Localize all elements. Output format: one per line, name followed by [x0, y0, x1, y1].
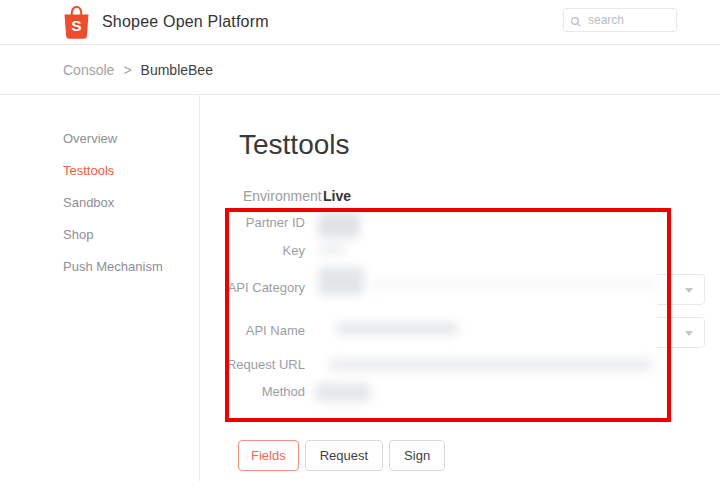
breadcrumb: Console > BumbleBee	[63, 45, 213, 94]
fields-button[interactable]: Fields	[238, 440, 299, 471]
method-label: Method	[215, 384, 305, 400]
sidebar-item-overview[interactable]: Overview	[63, 131, 117, 147]
breadcrumb-separator: >	[123, 62, 131, 78]
partner-id-value-redacted	[318, 213, 360, 238]
shopee-open-platform-page: S Shopee Open Platform Console > BumbleB…	[0, 0, 720, 495]
action-buttons: Fields Request Sign	[238, 440, 445, 471]
sidebar-item-shop[interactable]: Shop	[63, 227, 93, 243]
api-category-label: API Category	[215, 280, 305, 296]
key-value-redacted	[318, 243, 346, 255]
api-category-value-redacted	[318, 267, 364, 295]
sidebar-item-sandbox[interactable]: Sandbox	[63, 195, 114, 211]
api-name-label: API Name	[215, 323, 305, 339]
header-search	[563, 8, 677, 32]
request-url-label: Request URL	[215, 357, 305, 373]
chevron-down-icon	[685, 288, 693, 293]
search-icon	[570, 14, 582, 32]
environment-value-live[interactable]: Live	[323, 188, 351, 204]
brand-title: Shopee Open Platform	[102, 13, 269, 31]
page-title: Testtools	[239, 129, 350, 161]
brand-home-link[interactable]: S Shopee Open Platform	[62, 5, 269, 39]
svg-text:S: S	[71, 17, 81, 34]
breadcrumb-current-app: BumbleBee	[141, 62, 213, 78]
api-category-band-redacted	[372, 278, 657, 291]
shopee-bag-icon: S	[62, 5, 91, 39]
header: S Shopee Open Platform	[0, 0, 720, 45]
method-value-redacted	[315, 383, 371, 402]
sign-button[interactable]: Sign	[389, 440, 445, 471]
environment-label: Environment	[243, 188, 322, 204]
sidebar-divider	[199, 95, 200, 481]
breadcrumb-bar: Console > BumbleBee	[0, 45, 720, 95]
api-name-value-redacted	[336, 322, 458, 335]
chevron-down-icon	[685, 331, 693, 336]
key-label: Key	[215, 243, 305, 259]
partner-id-label: Partner ID	[215, 215, 305, 231]
sidebar-item-push-mechanism[interactable]: Push Mechanism	[63, 259, 163, 275]
sidebar-item-testtools[interactable]: Testtools	[63, 163, 114, 179]
breadcrumb-console[interactable]: Console	[63, 62, 114, 78]
request-button[interactable]: Request	[305, 440, 383, 471]
request-url-value-redacted	[328, 359, 653, 371]
